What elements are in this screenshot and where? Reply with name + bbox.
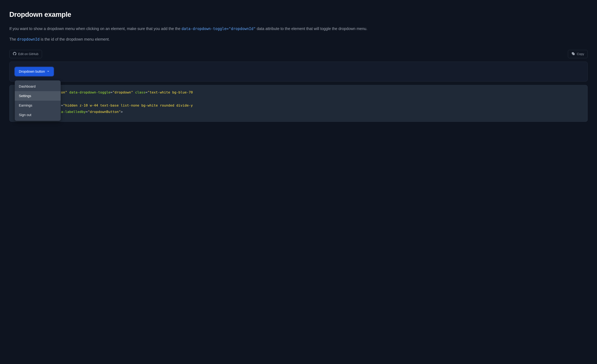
inline-code-toggle-attr: data-dropdown-toggle="dropdownId" (181, 27, 256, 31)
copy-label: Copy (577, 52, 584, 56)
dropdown-menu: DashboardSettingsEarningsSign out (15, 80, 61, 121)
code-panel: utton" data-dropdown-toggle="dropdown" c… (9, 85, 588, 122)
para1-before: If you want to show a dropdown menu when… (9, 26, 181, 31)
edit-on-github-button[interactable]: Edit on GitHub (9, 50, 42, 58)
para2-before: The (9, 37, 17, 41)
dropdown-button[interactable]: Dropdown button (15, 67, 54, 76)
svg-rect-1 (572, 52, 574, 54)
example-toolbar: Edit on GitHub Copy (9, 50, 588, 58)
code-block: utton" data-dropdown-toggle="dropdown" c… (9, 89, 588, 122)
dropdown-item-sign-out[interactable]: Sign out (15, 110, 61, 120)
para1-after: data attribute to the element that will … (257, 26, 367, 31)
chevron-down-icon (47, 70, 50, 74)
dropdown-item-settings[interactable]: Settings (15, 91, 61, 101)
copy-button[interactable]: Copy (568, 50, 588, 58)
intro-paragraph-1: If you want to show a dropdown menu when… (9, 26, 588, 32)
section-heading: Dropdown example (9, 9, 588, 20)
copy-icon (572, 52, 575, 56)
edit-on-github-label: Edit on GitHub (18, 52, 38, 56)
para2-after: is the id of the dropdown menu element. (40, 37, 110, 41)
github-icon (13, 52, 16, 56)
dropdown-item-dashboard[interactable]: Dashboard (15, 82, 61, 91)
dropdown-item-earnings[interactable]: Earnings (15, 101, 61, 110)
inline-code-dropdown-id: dropdownId (17, 37, 40, 41)
preview-panel: Dropdown button DashboardSettingsEarning… (9, 62, 588, 81)
dropdown-button-label: Dropdown button (19, 70, 45, 74)
intro-paragraph-2: The dropdownId is the id of the dropdown… (9, 36, 588, 42)
